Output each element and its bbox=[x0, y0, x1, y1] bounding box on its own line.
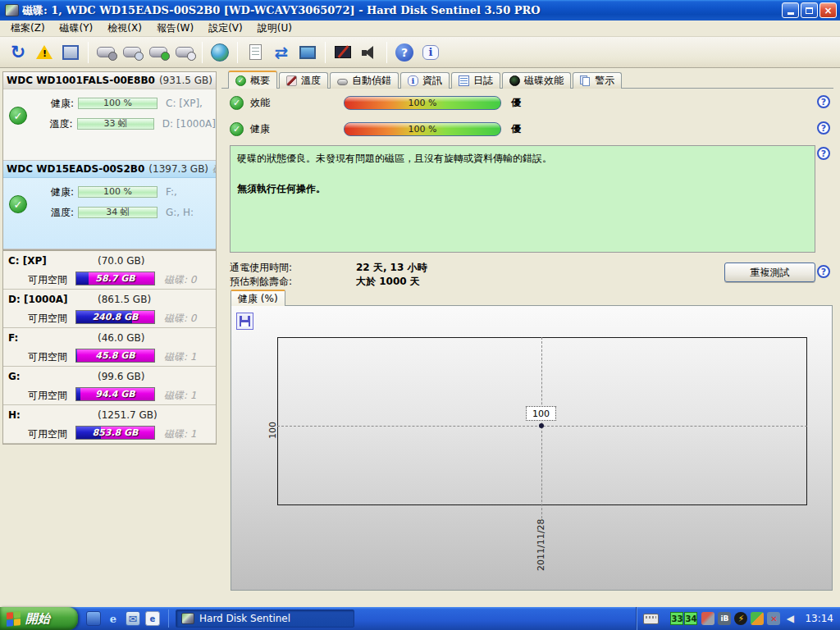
partition-name: F: bbox=[8, 332, 18, 344]
help-icon[interactable]: ? bbox=[817, 121, 830, 135]
free-space-label: 可用空間 bbox=[28, 273, 67, 287]
partition-name: G: bbox=[8, 371, 21, 382]
save-panel-icon bbox=[62, 45, 79, 60]
temperature-bar: 34 蚓 bbox=[78, 207, 158, 218]
tray-temp-34[interactable]: 34 bbox=[684, 612, 697, 625]
partition-size: (70.0 GB) bbox=[98, 255, 144, 267]
toolbar-separator bbox=[325, 42, 326, 63]
help-icon[interactable]: ? bbox=[817, 95, 830, 108]
estimated-lifetime-value: 大於 1000 天 bbox=[356, 275, 420, 289]
close-icon: × bbox=[824, 6, 832, 16]
partition-row-h[interactable]: H: (1251.7 GB) 可用空間 853.8 GB 磁碟: 1 bbox=[3, 405, 216, 444]
menu-help[interactable]: 說明(U) bbox=[250, 20, 299, 37]
windows-logo-icon bbox=[7, 611, 21, 627]
restore-button[interactable] bbox=[801, 2, 818, 18]
retest-button[interactable]: 重複測試 bbox=[724, 262, 815, 282]
menu-report[interactable]: 報告(W) bbox=[149, 20, 201, 37]
disk-list: WDC WD1001FALS-00E8B0 (931.5 GB) 磁碟 ✓ 健康… bbox=[2, 71, 217, 250]
ie-document-icon[interactable]: e bbox=[145, 611, 160, 626]
menu-disk[interactable]: 磁碟(Y) bbox=[52, 20, 101, 37]
close-button[interactable]: × bbox=[819, 2, 837, 18]
partition-row-g[interactable]: G: (99.6 GB) 可用空間 94.4 GB 磁碟: 1 bbox=[3, 367, 216, 405]
health-bar: 100 % bbox=[78, 186, 158, 198]
disk-ok-icon bbox=[149, 47, 167, 57]
outlook-express-icon[interactable]: ✉ bbox=[126, 611, 140, 626]
tab-auto-detect[interactable]: 自動偵錯 bbox=[330, 72, 399, 89]
chart-tab-health[interactable]: 健康 (%) bbox=[231, 290, 285, 306]
menu-settings[interactable]: 設定(V) bbox=[201, 20, 250, 37]
drive-letters: D: [1000A] bbox=[162, 118, 216, 130]
report-button[interactable] bbox=[242, 39, 268, 66]
remote-monitor-button[interactable] bbox=[294, 39, 321, 66]
tray-ib-app-icon[interactable]: iB bbox=[718, 612, 731, 625]
language-keyboard-icon[interactable] bbox=[643, 614, 659, 624]
tray-temp-33[interactable]: 33 bbox=[670, 612, 683, 625]
sound-button[interactable] bbox=[356, 39, 382, 66]
health-label: 健康: bbox=[33, 185, 74, 199]
tab-overview[interactable]: ✓ 概要 bbox=[228, 71, 277, 89]
status-line2: 無須執行任何操作。 bbox=[237, 182, 808, 195]
save-panel-button[interactable] bbox=[57, 39, 84, 66]
partition-row-d[interactable]: D: [1000A] (861.5 GB) 可用空間 240.8 GB 磁碟: … bbox=[3, 290, 216, 328]
info-icon: i bbox=[422, 45, 439, 60]
partition-disk-index: 磁碟: 0 bbox=[164, 312, 197, 326]
disk-ok-button[interactable] bbox=[145, 39, 171, 66]
free-space-label: 可用空間 bbox=[28, 312, 67, 326]
free-space-label: 可用空間 bbox=[28, 350, 67, 364]
free-space-bar: 58.7 GB bbox=[75, 272, 155, 285]
internet-explorer-icon[interactable]: e bbox=[106, 611, 121, 626]
disk-search-button[interactable] bbox=[171, 39, 198, 66]
task-hard-disk-sentinel[interactable]: Hard Disk Sentinel bbox=[176, 609, 354, 628]
toolbar-separator bbox=[88, 42, 89, 63]
tab-alerts[interactable]: 警示 bbox=[573, 72, 622, 89]
tab-log[interactable]: 日誌 bbox=[451, 72, 500, 89]
help-button[interactable]: ? bbox=[391, 39, 418, 66]
send-mail-icon: ⇄ bbox=[275, 43, 289, 62]
help-icon[interactable]: ? bbox=[817, 265, 830, 278]
main-panel: ✓ 概要 溫度 自動偵錯 i 資訊 日誌 磁碟效能 警示 ✓ 效能 bbox=[221, 68, 840, 607]
tray-volume-icon[interactable]: ◀ bbox=[783, 612, 797, 625]
partition-disk-index: 磁碟: 1 bbox=[164, 350, 197, 364]
disk-icon bbox=[337, 79, 348, 85]
disk-schedule-button[interactable] bbox=[119, 39, 145, 66]
disk-test-button[interactable] bbox=[330, 39, 356, 66]
tray-red-device-icon[interactable] bbox=[701, 612, 714, 625]
network-disk-button[interactable] bbox=[207, 39, 233, 66]
partition-row-f[interactable]: F: (46.0 GB) 可用空間 45.8 GB 磁碟: 1 bbox=[3, 328, 216, 367]
start-button[interactable]: 開始 bbox=[0, 607, 78, 630]
chart-plot-area bbox=[277, 337, 807, 505]
tab-disk-performance[interactable]: 磁碟效能 bbox=[502, 72, 571, 89]
show-desktop-icon[interactable] bbox=[86, 611, 101, 626]
save-chart-button[interactable] bbox=[236, 313, 253, 330]
quick-launch: e ✉ e bbox=[86, 611, 165, 626]
health-chart-panel: 100 100 2011/11/28 bbox=[231, 305, 833, 591]
tray-app-error-icon[interactable]: ✕ bbox=[767, 612, 780, 625]
tab-information[interactable]: i 資訊 bbox=[400, 72, 450, 89]
tray-antivirus-icon[interactable] bbox=[751, 612, 764, 625]
performance-row: ✓ 效能 100 % 優 bbox=[230, 94, 521, 111]
toolbar-separator bbox=[386, 42, 387, 63]
help-icon[interactable]: ? bbox=[817, 147, 830, 160]
tab-temperature[interactable]: 溫度 bbox=[279, 72, 328, 89]
warning-icon: ! bbox=[36, 45, 52, 59]
log-page-icon bbox=[459, 75, 469, 86]
disk-item-0[interactable]: WDC WD1001FALS-00E8B0 (931.5 GB) 磁碟 ✓ 健康… bbox=[3, 72, 216, 161]
gauge-icon bbox=[509, 75, 520, 86]
menu-view[interactable]: 檢視(X) bbox=[100, 20, 149, 37]
check-icon: ✓ bbox=[230, 96, 244, 110]
disk-item-1-selected[interactable]: WDC WD15EADS-00S2B0 (1397.3 GB) 磁碟 ✓ 健康:… bbox=[3, 161, 216, 249]
partition-disk-index: 磁碟: 1 bbox=[164, 389, 197, 403]
menu-file[interactable]: 檔案(Z) bbox=[3, 20, 52, 37]
taskbar-divider bbox=[168, 609, 169, 628]
alerts-button[interactable]: ! bbox=[31, 39, 57, 66]
tray-lightning-icon[interactable]: ⚡ bbox=[734, 612, 747, 625]
about-button[interactable]: i bbox=[418, 39, 444, 66]
refresh-button[interactable]: ↻ bbox=[5, 39, 31, 66]
partition-row-c[interactable]: C: [XP] (70.0 GB) 可用空間 58.7 GB 磁碟: 0 bbox=[3, 251, 216, 290]
floppy-icon bbox=[240, 316, 250, 326]
minimize-button[interactable] bbox=[782, 2, 799, 18]
thermometer-icon bbox=[286, 75, 297, 86]
send-mail-button[interactable]: ⇄ bbox=[268, 39, 294, 66]
network-disk-icon bbox=[211, 43, 229, 62]
disk-surface-button[interactable] bbox=[93, 39, 119, 66]
